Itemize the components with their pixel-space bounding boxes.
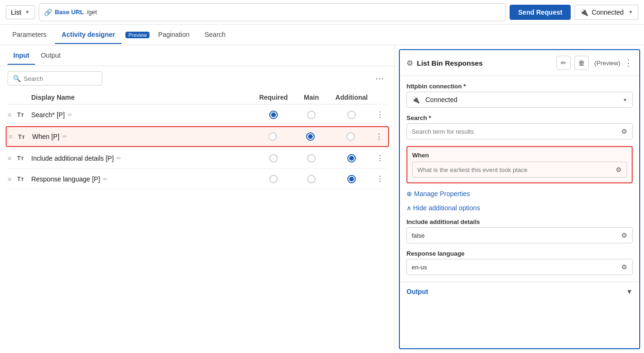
url-path: /get — [87, 9, 97, 16]
hide-additional-options[interactable]: ∧ Hide additional options — [406, 204, 633, 212]
search-term-input[interactable] — [412, 128, 618, 135]
panel-title-icon: ⚙ — [406, 59, 413, 68]
toolbar: List ▼ 🔗 Base URL /get Send Request 🔌 Co… — [0, 0, 644, 25]
required-radio-btn[interactable] — [269, 111, 278, 119]
tab-parameters[interactable]: Parameters — [6, 26, 53, 44]
row-name: Search* [P] ✏ — [31, 111, 255, 119]
hide-additional-label: Hide additional options — [413, 204, 480, 212]
type-icon: Tт — [18, 133, 32, 140]
drag-handle-icon[interactable]: ≡ — [9, 133, 18, 140]
edit-icon[interactable]: ✏ — [68, 112, 72, 118]
sub-tab-input[interactable]: Input — [8, 47, 35, 65]
link-icon: 🔗 — [44, 9, 52, 16]
required-radio-btn[interactable] — [269, 154, 278, 163]
manage-properties[interactable]: ⊕ Manage Properties — [406, 190, 633, 198]
connection-field: httpbin connection * 🔌 Connected ▼ — [406, 83, 633, 108]
tab-activity-designer[interactable]: Activity designer — [55, 26, 122, 44]
edit-icon[interactable]: ✏ — [116, 155, 121, 162]
sub-tab-output[interactable]: Output — [35, 47, 66, 65]
additional-radio-btn[interactable] — [347, 111, 356, 119]
list-dropdown[interactable]: List ▼ — [6, 5, 35, 19]
table-header: Display Name Required Main Additional — [8, 91, 387, 104]
search-field: Search * ⚙ — [406, 114, 633, 139]
response-language-filter-button[interactable]: ⚙ — [621, 263, 627, 271]
additional-radio[interactable] — [330, 175, 373, 183]
col-required: Required — [255, 94, 292, 101]
plug-small-icon: 🔌 — [412, 96, 420, 103]
main-radio-btn[interactable] — [306, 132, 315, 141]
search-input[interactable] — [24, 75, 103, 82]
response-language-label: Response language — [406, 250, 633, 257]
send-request-button[interactable]: Send Request — [510, 5, 571, 20]
panel-body: httpbin connection * 🔌 Connected ▼ Searc… — [400, 76, 639, 282]
response-language-input-wrap[interactable]: ⚙ — [406, 259, 633, 275]
connection-dropdown[interactable]: 🔌 Connected ▼ — [406, 92, 633, 108]
main-radio[interactable] — [292, 154, 330, 163]
additional-radio[interactable] — [330, 154, 373, 163]
search-input-wrap[interactable]: 🔍 — [8, 71, 102, 86]
connection-chevron-icon: ▼ — [623, 97, 627, 103]
when-input[interactable] — [417, 166, 613, 173]
drag-handle-icon[interactable]: ≡ — [8, 155, 17, 162]
required-radio[interactable] — [255, 111, 292, 119]
output-section[interactable]: Output ▼ — [400, 282, 639, 301]
when-input-wrap[interactable]: ⚙ — [412, 162, 627, 178]
additional-radio-btn[interactable] — [347, 154, 356, 163]
output-chevron-icon: ▼ — [626, 288, 633, 295]
connected-button[interactable]: 🔌 Connected ▼ — [574, 5, 638, 20]
main-radio[interactable] — [292, 175, 330, 183]
when-filter-icon-button[interactable]: ⚙ — [616, 166, 622, 173]
connection-label: httpbin connection * — [406, 83, 633, 90]
col-display-name: Display Name — [31, 94, 255, 101]
edit-panel-button[interactable]: ✏ — [556, 56, 571, 70]
additional-radio[interactable] — [329, 132, 372, 141]
main-radio-btn[interactable] — [307, 175, 316, 183]
main-radio-btn[interactable] — [307, 111, 316, 119]
include-details-input[interactable] — [412, 232, 618, 239]
col-additional: Additional — [330, 94, 373, 101]
main-radio[interactable] — [291, 132, 329, 141]
row-more-icon[interactable]: ⋮ — [372, 132, 386, 141]
include-details-field: Include additional details ⚙ — [406, 218, 633, 243]
required-radio-btn[interactable] — [269, 175, 278, 183]
required-radio-btn[interactable] — [268, 132, 277, 141]
edit-icon[interactable]: ✏ — [103, 176, 108, 182]
connected-chevron-icon: ▼ — [628, 9, 633, 15]
delete-panel-button[interactable]: 🗑 — [574, 56, 589, 70]
include-details-filter-button[interactable]: ⚙ — [621, 232, 627, 239]
search-input-wrap[interactable]: ⚙ — [406, 123, 633, 139]
include-details-input-wrap[interactable]: ⚙ — [406, 227, 633, 243]
filter-icon-button[interactable]: ⚙ — [621, 128, 627, 135]
additional-radio[interactable] — [330, 111, 373, 119]
search-bar-row: 🔍 ⋯ — [0, 66, 395, 91]
edit-icon[interactable]: ✏ — [62, 133, 67, 140]
tab-pagination[interactable]: Pagination — [151, 26, 196, 44]
when-section: When ⚙ — [406, 146, 633, 183]
row-more-icon[interactable]: ⋮ — [373, 110, 387, 119]
required-radio[interactable] — [255, 175, 292, 183]
table-row: ≡ Tт Response language [P] ✏ ⋮ — [8, 169, 387, 189]
panel-preview-label: (Preview) — [594, 60, 620, 67]
panel-more-button[interactable]: ⋮ — [624, 58, 633, 68]
type-icon: Tт — [17, 111, 31, 118]
response-language-input[interactable] — [412, 264, 618, 271]
list-chevron-icon: ▼ — [25, 9, 30, 15]
search-icon: 🔍 — [13, 75, 21, 82]
type-icon: Tт — [17, 155, 31, 162]
tab-search[interactable]: Search — [198, 26, 232, 44]
chevron-up-icon: ∧ — [406, 204, 411, 212]
drag-handle-icon[interactable]: ≡ — [8, 175, 17, 183]
content-area: Input Output 🔍 ⋯ Display Name Required M… — [0, 45, 644, 353]
panel-title: List Bin Responses — [417, 59, 553, 67]
row-more-icon[interactable]: ⋮ — [373, 154, 387, 163]
additional-radio-btn[interactable] — [346, 132, 355, 141]
row-more-icon[interactable]: ⋮ — [373, 174, 387, 183]
required-radio[interactable] — [254, 132, 291, 141]
when-label: When — [412, 152, 627, 159]
required-radio[interactable] — [255, 154, 292, 163]
more-options-button[interactable]: ⋯ — [372, 71, 387, 86]
additional-radio-btn[interactable] — [347, 175, 356, 183]
main-radio-btn[interactable] — [307, 154, 316, 163]
main-radio[interactable] — [292, 111, 330, 119]
drag-handle-icon[interactable]: ≡ — [8, 111, 17, 119]
